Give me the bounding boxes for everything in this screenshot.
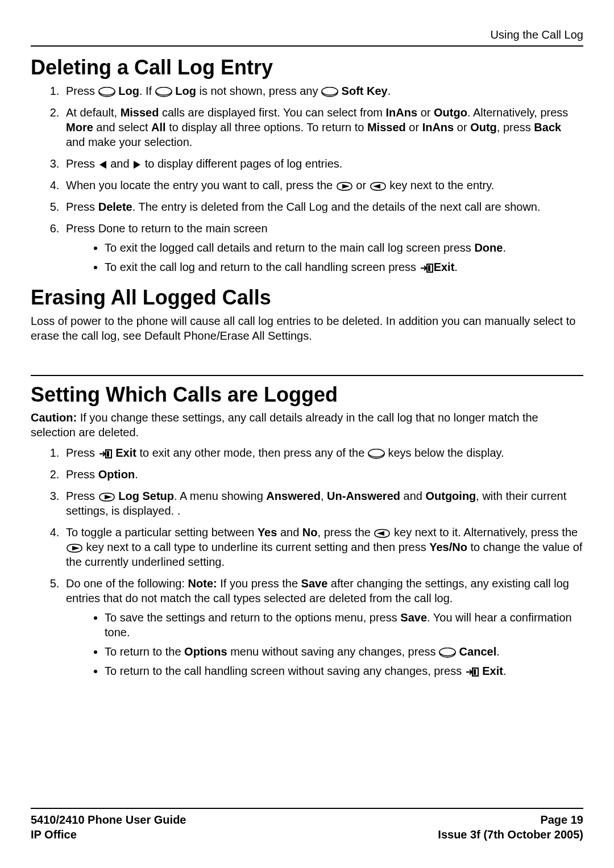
sub-list: To save the settings and return to the o… [66,610,583,678]
list-item: To toggle a particular setting between Y… [63,525,583,569]
oval-right-key-icon [98,492,115,502]
list-item: Press Delete. The entry is deleted from … [63,199,583,214]
footer-right: Page 19 Issue 3f (7th October 2005) [438,812,583,842]
body-text: Loss of power to the phone will cause al… [31,314,583,343]
list-item: Press Log. If Log is not shown, press an… [63,84,583,98]
list-item: To exit the logged call details and retu… [105,240,583,255]
footer-left: 5410/2410 Phone User Guide IP Office [31,812,186,842]
list-item: Do one of the following: Note: If you pr… [63,576,583,678]
list-item: At default, Missed calls are displayed f… [63,105,583,149]
list-item: To save the settings and return to the o… [105,610,583,640]
heading-deleting: Deleting a Call Log Entry [31,55,583,81]
heading-erasing: Erasing All Logged Calls [31,285,583,311]
oval-right-key-icon [336,181,353,191]
list-item: To exit the call log and return to the c… [105,260,583,274]
oval-key-icon [98,87,115,97]
list-item: To return to the Options menu without sa… [105,644,583,659]
sub-list: To exit the logged call details and retu… [66,240,583,274]
oval-key-icon [155,87,172,97]
exit-icon [420,263,434,273]
oval-key-icon [439,648,456,658]
oval-left-key-icon [374,528,391,539]
list-item: Press Exit to exit any other mode, then … [63,445,583,460]
body-text: Caution: If you change these settings, a… [31,410,583,440]
list-item: Press Option. [63,467,583,482]
list-item: Press and to display different pages of … [63,156,583,171]
header-section-title: Using the Call Log [31,27,583,47]
list-item: Press Done to return to the main screen … [63,221,583,274]
list-item: When you locate the entry you want to ca… [63,178,583,193]
page-footer: 5410/2410 Phone User Guide IP Office Pag… [31,808,583,842]
oval-right-key-icon [66,543,83,553]
exit-icon [465,667,479,677]
left-arrow-icon [98,160,107,170]
oval-key-icon [321,87,338,97]
right-arrow-icon [132,160,142,170]
exit-icon [98,449,113,459]
list-item: To return to the call handling screen wi… [105,663,583,678]
oval-key-icon [368,449,385,459]
heading-setting: Setting Which Calls are Logged [31,382,583,408]
list-deleting: Press Log. If Log is not shown, press an… [31,84,583,274]
list-setting: Press Exit to exit any other mode, then … [31,445,583,678]
list-item: Press Log Setup. A menu showing Answered… [63,489,583,518]
oval-left-key-icon [370,181,387,191]
